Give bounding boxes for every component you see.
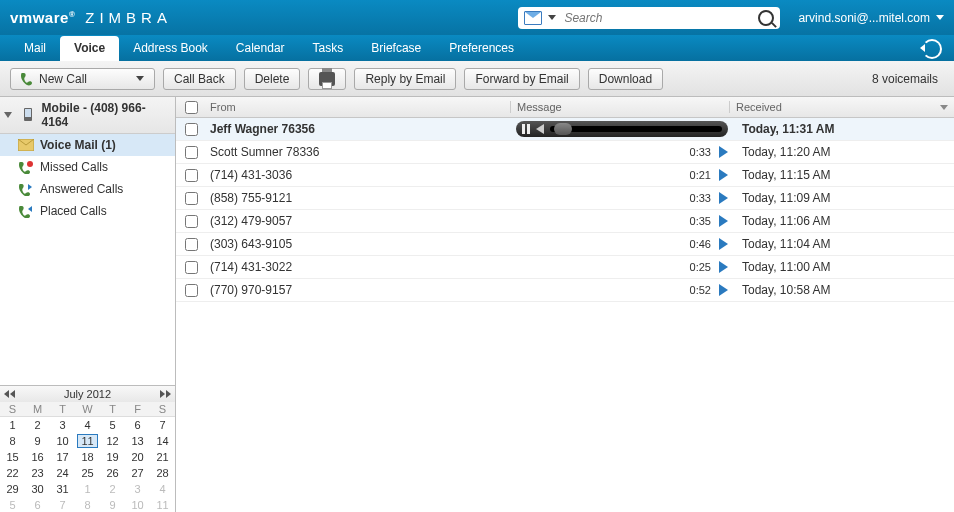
sidebar-item-mail[interactable]: Voice Mail (1) — [0, 134, 175, 156]
forward-by-email-button[interactable]: Forward by Email — [464, 68, 579, 90]
calendar-day[interactable]: 10 — [125, 497, 150, 512]
search-scope-mail-icon[interactable] — [524, 11, 542, 25]
scrubber-track[interactable] — [550, 126, 722, 132]
calendar-day[interactable]: 16 — [25, 449, 50, 465]
sidebar-item-answered[interactable]: Answered Calls — [0, 178, 175, 200]
next-year-icon[interactable] — [166, 390, 171, 398]
new-call-button[interactable]: New Call — [10, 68, 155, 90]
calendar-day[interactable]: 19 — [100, 449, 125, 465]
calendar-day[interactable]: 17 — [50, 449, 75, 465]
calendar-day[interactable]: 10 — [50, 433, 75, 449]
message-row[interactable]: (714) 431-30360:21Today, 11:15 AM — [176, 164, 954, 187]
message-row[interactable]: (714) 431-30220:25Today, 11:00 AM — [176, 256, 954, 279]
sidebar-item-placed[interactable]: Placed Calls — [0, 200, 175, 222]
calendar-day[interactable]: 6 — [125, 417, 150, 434]
calendar-day[interactable]: 3 — [50, 417, 75, 434]
sidebar-root[interactable]: Mobile - (408) 966-4164 — [0, 97, 175, 134]
tab-mail[interactable]: Mail — [10, 36, 60, 61]
volume-icon[interactable] — [536, 124, 544, 134]
user-menu[interactable]: arvind.soni@...mitel.com — [798, 11, 944, 25]
calendar-day[interactable]: 13 — [125, 433, 150, 449]
download-button[interactable]: Download — [588, 68, 663, 90]
row-checkbox[interactable] — [185, 123, 198, 136]
calendar-day[interactable]: 14 — [150, 433, 175, 449]
select-all-checkbox[interactable] — [185, 101, 198, 114]
calendar-day[interactable]: 6 — [25, 497, 50, 512]
tab-preferences[interactable]: Preferences — [435, 36, 528, 61]
row-checkbox[interactable] — [185, 284, 198, 297]
search-scope-dropdown-icon[interactable] — [548, 15, 556, 20]
calendar-day[interactable]: 4 — [150, 481, 175, 497]
calendar-day[interactable]: 1 — [75, 481, 100, 497]
search-box[interactable] — [518, 7, 780, 29]
scrubber-knob[interactable] — [554, 123, 572, 135]
prev-month-icon[interactable] — [10, 390, 15, 398]
calendar-day[interactable]: 9 — [25, 433, 50, 449]
calendar-day[interactable]: 18 — [75, 449, 100, 465]
audio-player[interactable] — [516, 121, 728, 137]
calendar-day[interactable]: 25 — [75, 465, 100, 481]
tab-address-book[interactable]: Address Book — [119, 36, 222, 61]
calendar-day[interactable]: 21 — [150, 449, 175, 465]
sidebar-item-missed[interactable]: Missed Calls — [0, 156, 175, 178]
calendar-day[interactable]: 24 — [50, 465, 75, 481]
message-row[interactable]: (303) 643-91050:46Today, 11:04 AM — [176, 233, 954, 256]
select-all-column[interactable] — [176, 101, 206, 114]
calendar-day[interactable]: 5 — [0, 497, 25, 512]
calendar-day[interactable]: 5 — [100, 417, 125, 434]
calendar-day[interactable]: 29 — [0, 481, 25, 497]
calendar-day[interactable]: 11 — [75, 433, 100, 449]
column-received[interactable]: Received — [729, 101, 954, 113]
message-row[interactable]: Jeff Wagner 76356Today, 11:31 AM — [176, 118, 954, 141]
calendar-day[interactable]: 7 — [150, 417, 175, 434]
calendar-day[interactable]: 1 — [0, 417, 25, 434]
tab-tasks[interactable]: Tasks — [299, 36, 358, 61]
calendar-day[interactable]: 2 — [25, 417, 50, 434]
search-icon[interactable] — [758, 10, 774, 26]
calendar-day[interactable]: 8 — [75, 497, 100, 512]
calendar-day[interactable]: 11 — [150, 497, 175, 512]
calendar-day[interactable]: 12 — [100, 433, 125, 449]
play-icon[interactable] — [719, 284, 728, 296]
play-icon[interactable] — [719, 238, 728, 250]
calendar-day[interactable]: 22 — [0, 465, 25, 481]
message-row[interactable]: (770) 970-91570:52Today, 10:58 AM — [176, 279, 954, 302]
play-icon[interactable] — [719, 169, 728, 181]
calendar-day[interactable]: 26 — [100, 465, 125, 481]
calendar-day[interactable]: 3 — [125, 481, 150, 497]
row-checkbox[interactable] — [185, 192, 198, 205]
row-checkbox[interactable] — [185, 169, 198, 182]
calendar-day[interactable]: 23 — [25, 465, 50, 481]
search-input[interactable] — [562, 10, 752, 26]
play-icon[interactable] — [719, 261, 728, 273]
calendar-day[interactable]: 9 — [100, 497, 125, 512]
column-message[interactable]: Message — [510, 101, 729, 113]
calendar-day[interactable]: 30 — [25, 481, 50, 497]
calendar-day[interactable]: 15 — [0, 449, 25, 465]
calendar-day[interactable]: 28 — [150, 465, 175, 481]
calendar-day[interactable]: 20 — [125, 449, 150, 465]
print-button[interactable] — [308, 68, 346, 90]
calendar-day[interactable]: 27 — [125, 465, 150, 481]
tab-voice[interactable]: Voice — [60, 36, 119, 61]
play-icon[interactable] — [719, 215, 728, 227]
reply-by-email-button[interactable]: Reply by Email — [354, 68, 456, 90]
next-month-icon[interactable] — [160, 390, 165, 398]
row-checkbox[interactable] — [185, 146, 198, 159]
message-row[interactable]: Scott Sumner 783360:33Today, 11:20 AM — [176, 141, 954, 164]
calendar-day[interactable]: 2 — [100, 481, 125, 497]
play-icon[interactable] — [719, 146, 728, 158]
prev-year-icon[interactable] — [4, 390, 9, 398]
play-icon[interactable] — [719, 192, 728, 204]
tab-briefcase[interactable]: Briefcase — [357, 36, 435, 61]
message-row[interactable]: (858) 755-91210:33Today, 11:09 AM — [176, 187, 954, 210]
tab-calendar[interactable]: Calendar — [222, 36, 299, 61]
call-back-button[interactable]: Call Back — [163, 68, 236, 90]
calendar-day[interactable]: 8 — [0, 433, 25, 449]
row-checkbox[interactable] — [185, 238, 198, 251]
reload-icon[interactable] — [922, 39, 942, 59]
calendar-day[interactable]: 4 — [75, 417, 100, 434]
column-from[interactable]: From — [206, 101, 510, 113]
row-checkbox[interactable] — [185, 215, 198, 228]
calendar-day[interactable]: 7 — [50, 497, 75, 512]
